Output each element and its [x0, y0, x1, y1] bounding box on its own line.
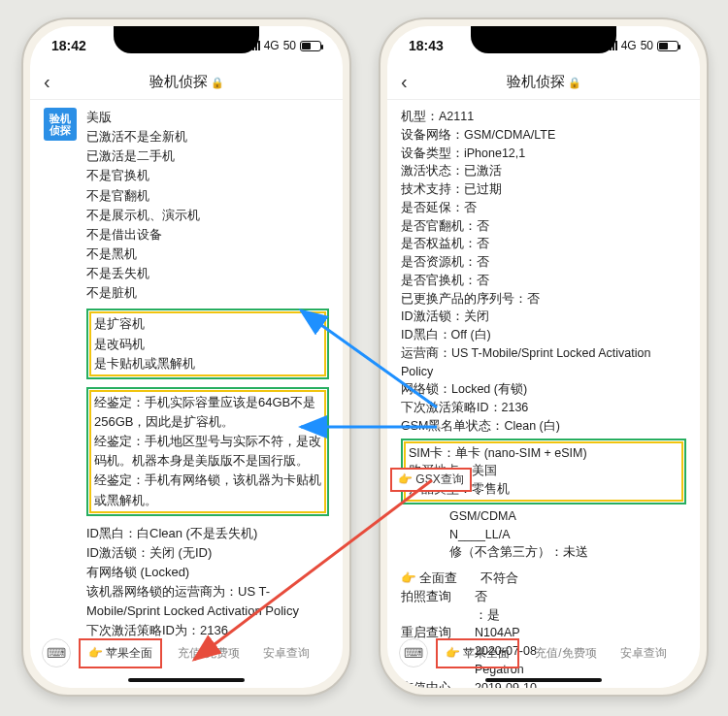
- hl-line: 经鉴定：手机地区型号与实际不符，是改码机。机器本身是美版版不是国行版。: [94, 432, 321, 471]
- hl-line: 产品类型：零售机: [409, 480, 678, 499]
- hl-line: SIM卡：单卡 (nano-SIM + eSIM): [409, 444, 678, 463]
- line: 不是官翻机: [86, 186, 329, 206]
- line: 不是黑机: [86, 244, 329, 264]
- message-block: 机型：A2111 设备网络：GSM/CDMA/LTE 设备类型：iPhone12…: [401, 108, 686, 688]
- phone-right: 18:43 4G 50 ‹ 验机侦探🔒 机型：A2111 设备网络：GSM/CD…: [379, 17, 709, 697]
- bottom-tabs: ⌨ 👉 苹果全面 充值/免费项 安卓查询: [399, 634, 688, 672]
- battery-pct: 50: [641, 39, 653, 52]
- line: 不是官换机: [86, 166, 329, 185]
- line: 是否权益机：否: [401, 235, 686, 253]
- tail-line: ID黑白：白Clean (不是丢失机): [86, 524, 329, 543]
- tail-line: ID激活锁：关闭 (无ID): [86, 543, 329, 563]
- after-line: GSM/CDMA: [401, 507, 686, 526]
- line: GSM黑名单状态：Clean (白): [401, 417, 686, 436]
- tab-recharge[interactable]: 充值/免费项: [170, 640, 247, 667]
- line: 不是脏机: [86, 283, 329, 303]
- tab-android[interactable]: 安卓查询: [255, 640, 317, 667]
- hl-line: 是扩容机: [94, 314, 321, 334]
- screen: 18:42 4G 50 ‹ 验机侦探🔒 验机 侦探 美版 已激活不是全新机 已激…: [30, 26, 343, 688]
- line: 激活状态：已激活: [401, 162, 686, 180]
- line: 是否官换机：否: [401, 272, 686, 290]
- phone-left: 18:42 4G 50 ‹ 验机侦探🔒 验机 侦探 美版 已激活不是全新机 已激…: [21, 17, 351, 697]
- line: 不是借出设备: [86, 225, 329, 244]
- battery-pct: 50: [283, 39, 296, 52]
- bottom-tabs: ⌨ 👉 苹果全面 充值/免费项 安卓查询: [42, 634, 331, 672]
- after-line: N____LL/A: [401, 526, 686, 544]
- line: 设备类型：iPhone12,1: [401, 145, 686, 163]
- line: 已激活是二手机: [86, 146, 329, 166]
- network-label: 4G: [264, 39, 280, 52]
- home-indicator[interactable]: [485, 678, 602, 682]
- tab-apple-full[interactable]: 👉 苹果全面: [79, 638, 162, 668]
- after-line: 修（不含第三方）：未送: [401, 543, 686, 562]
- clock: 18:43: [409, 38, 444, 53]
- hl-line: 购买地点：美国: [409, 462, 678, 480]
- hl-line: 是改码机: [94, 335, 321, 354]
- header-line: 美版: [86, 108, 329, 127]
- page-title: 验机侦探🔒: [149, 73, 224, 91]
- line: 机型：A2111: [401, 108, 686, 126]
- battery-icon: [300, 41, 321, 51]
- line: 下次激活策略ID：2136: [401, 399, 686, 417]
- highlight-box-2: 经鉴定：手机实际容量应该是64GB不是256GB，因此是扩容机。 经鉴定：手机地…: [86, 387, 329, 516]
- kv-row: 拍照查询否 ：是: [401, 588, 686, 625]
- line: 是否资源机：否: [401, 253, 686, 272]
- back-button[interactable]: ‹: [401, 71, 408, 93]
- tab-recharge[interactable]: 充值/免费项: [527, 640, 604, 667]
- highlight-box-1: 是扩容机 是改码机 是卡贴机或黑解机: [86, 309, 329, 378]
- hl-line: 是卡贴机或黑解机: [94, 354, 321, 374]
- network-label: 4G: [621, 39, 637, 52]
- app-avatar: 验机 侦探: [44, 108, 77, 141]
- hl-line: 经鉴定：手机有网络锁，该机器为卡贴机或黑解机。: [94, 471, 321, 509]
- page-title: 验机侦探🔒: [507, 73, 581, 91]
- tail-line: 该机器网络锁的运营商为：US T-Mobile/Sprint Locked Ac…: [86, 582, 329, 621]
- line: 是否延保：否: [401, 199, 686, 217]
- back-button[interactable]: ‹: [44, 71, 50, 93]
- line: 不是丢失机: [86, 264, 329, 283]
- line: 运营商：US T-Mobile/Sprint Locked Activation…: [401, 344, 686, 381]
- lock-icon: 🔒: [211, 77, 224, 88]
- battery-icon: [657, 41, 678, 51]
- line: ID黑白：Off (白): [401, 326, 686, 344]
- tail-line: 有网络锁 (Locked): [86, 563, 329, 582]
- highlight-box-right: SIM卡：单卡 (nano-SIM + eSIM) 购买地点：美国 产品类型：零…: [401, 439, 686, 504]
- nav-bar: ‹ 验机侦探🔒: [387, 65, 700, 100]
- notch: [114, 26, 259, 53]
- line: 技术支持：已过期: [401, 180, 686, 199]
- line: 不是展示机、演示机: [86, 206, 329, 225]
- line: 设备网络：GSM/CDMA/LTE: [401, 126, 686, 145]
- status-right: 4G 50: [249, 39, 321, 52]
- clock: 18:42: [51, 38, 86, 53]
- content-right[interactable]: 机型：A2111 设备网络：GSM/CDMA/LTE 设备类型：iPhone12…: [387, 100, 700, 643]
- line: 是否官翻机：否: [401, 217, 686, 236]
- keyboard-button[interactable]: ⌨: [399, 638, 428, 667]
- screen: 18:43 4G 50 ‹ 验机侦探🔒 机型：A2111 设备网络：GSM/CD…: [387, 26, 700, 688]
- line: 已激活不是全新机: [86, 127, 329, 146]
- home-indicator[interactable]: [128, 678, 245, 682]
- status-right: 4G 50: [607, 39, 678, 52]
- tab-android[interactable]: 安卓查询: [612, 640, 675, 667]
- notch: [471, 26, 616, 53]
- lock-icon: 🔒: [568, 77, 581, 88]
- message-block: 美版 已激活不是全新机 已激活是二手机 不是官换机 不是官翻机 不是展示机、演示…: [86, 108, 329, 641]
- nav-bar: ‹ 验机侦探🔒: [30, 65, 343, 100]
- kv-row: 👉 全面查不符合: [401, 570, 686, 588]
- keyboard-button[interactable]: ⌨: [42, 638, 71, 667]
- line: 已更换产品的序列号：否: [401, 290, 686, 309]
- content-left[interactable]: 验机 侦探 美版 已激活不是全新机 已激活是二手机 不是官换机 不是官翻机 不是…: [30, 100, 343, 643]
- hl-line: 经鉴定：手机实际容量应该是64GB不是256GB，因此是扩容机。: [94, 393, 321, 432]
- line: 网络锁：Locked (有锁): [401, 380, 686, 399]
- line: ID激活锁：关闭: [401, 308, 686, 326]
- tab-apple-full[interactable]: 👉 苹果全面: [436, 638, 519, 668]
